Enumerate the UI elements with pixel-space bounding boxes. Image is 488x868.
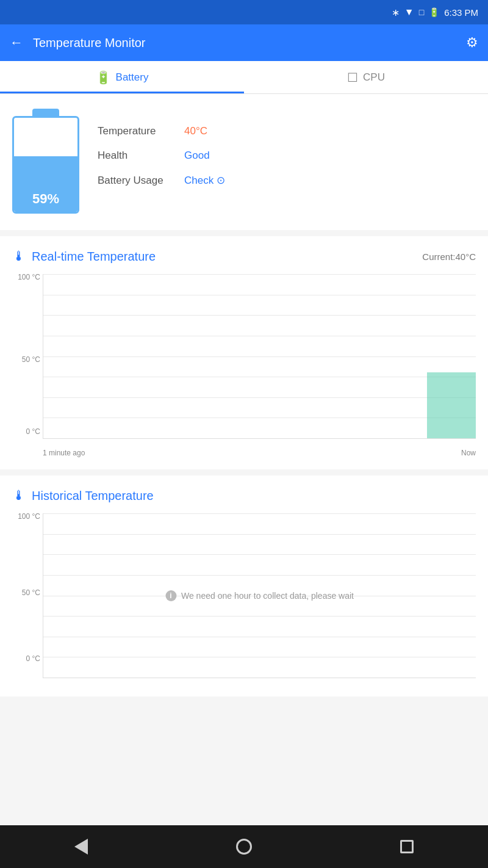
hist-gridline-87: [43, 534, 476, 535]
historical-therm-icon: 🌡: [12, 488, 26, 504]
tab-cpu[interactable]: ☐ CPU: [244, 61, 488, 93]
tab-battery[interactable]: 🔋 Battery: [0, 61, 244, 93]
status-time: 6:33 PM: [444, 7, 478, 18]
hist-y-label-100: 100 °C: [12, 512, 40, 521]
hist-chart-plot-area: i We need one hour to collect data, plea…: [43, 513, 476, 678]
battery-status-icon: 🔋: [429, 7, 439, 17]
battery-usage-label: Battery Usage: [98, 175, 177, 187]
hist-gridline-75: [43, 554, 476, 555]
nav-recent-icon: [400, 840, 414, 853]
cpu-tab-label: CPU: [363, 71, 385, 84]
bluetooth-icon: ∗: [392, 7, 400, 18]
gridline-12: [43, 418, 476, 418]
nav-bar: [0, 825, 488, 868]
back-button[interactable]: ←: [10, 35, 23, 51]
historical-title-group: 🌡 Historical Temperature: [12, 488, 154, 504]
hist-gridline-12: [43, 657, 476, 657]
y-label-0: 0 °C: [12, 427, 40, 436]
battery-tab-icon: 🔋: [96, 70, 111, 85]
app-title: Temperature Monitor: [33, 36, 146, 50]
battery-usage-row: Battery Usage Check ⊙: [98, 174, 476, 187]
x-label-end: Now: [461, 449, 476, 457]
battery-usage-check-link[interactable]: Check ⊙: [184, 174, 225, 187]
tab-bar: 🔋 Battery ☐ CPU: [0, 61, 488, 94]
hist-gridline-62: [43, 575, 476, 576]
nav-back-icon: [74, 839, 88, 855]
nav-home-icon: [236, 839, 252, 855]
gridline-62: [43, 336, 476, 336]
battery-body: 59%: [12, 116, 79, 214]
realtime-temp-section: 🌡 Real-time Temperature Current:40°C 100…: [0, 236, 488, 469]
gridline-100: [43, 274, 476, 275]
nav-back-button[interactable]: [66, 831, 96, 862]
gridline-87: [43, 295, 476, 295]
temperature-value: 40°C: [184, 125, 207, 137]
realtime-current-label: Current:40°C: [422, 251, 476, 262]
nav-home-button[interactable]: [229, 831, 259, 862]
battery-percent-label: 59%: [14, 191, 77, 212]
check-link-text: Check ⊙: [184, 174, 225, 187]
health-label: Health: [98, 150, 177, 162]
realtime-header: 🌡 Real-time Temperature Current:40°C: [12, 248, 476, 264]
realtime-title: Real-time Temperature: [32, 250, 156, 264]
historical-chart: 100 °C 50 °C 0 °C i We need one hour to …: [12, 513, 476, 684]
gridline-75: [43, 315, 476, 316]
battery-info-section: 59% Temperature 40°C Health Good Battery…: [0, 94, 488, 230]
gridline-25: [43, 397, 476, 398]
battery-tab-label: Battery: [116, 71, 149, 84]
hist-y-label-50: 50 °C: [12, 588, 40, 597]
battery-top-nub: [32, 109, 59, 116]
temperature-row: Temperature 40°C: [98, 125, 476, 137]
temperature-label: Temperature: [98, 125, 177, 137]
status-icons: ∗ ▼ □ 🔋 6:33 PM: [392, 7, 478, 18]
wait-message: i We need one hour to collect data, plea…: [165, 590, 354, 601]
x-label-start: 1 minute ago: [43, 449, 85, 457]
hist-gridline-100: [43, 513, 476, 514]
wifi-icon: ▼: [404, 7, 414, 18]
realtime-therm-icon: 🌡: [12, 248, 26, 264]
chart-plot-area: [43, 274, 476, 439]
nav-recent-button[interactable]: [392, 831, 422, 862]
app-bar: ← Temperature Monitor ⚙: [0, 24, 488, 61]
hist-gridline-37: [43, 616, 476, 617]
gridline-37: [43, 377, 476, 377]
temp-bar: [427, 372, 476, 438]
realtime-chart: 100 °C 50 °C 0 °C 1 minute ago Now: [12, 274, 476, 457]
hist-gridline-25: [43, 637, 476, 637]
y-label-50: 50 °C: [12, 355, 40, 364]
health-row: Health Good: [98, 150, 476, 162]
y-label-100: 100 °C: [12, 273, 40, 281]
health-value: Good: [184, 150, 210, 162]
cpu-tab-icon: ☐: [347, 70, 358, 85]
gridline-50: [43, 356, 476, 357]
historical-temp-section: 🌡 Historical Temperature 100 °C 50 °C 0 …: [0, 476, 488, 696]
signal-icon: □: [419, 7, 424, 17]
info-icon: i: [165, 590, 176, 601]
battery-icon-visual: 59%: [12, 109, 79, 215]
historical-header: 🌡 Historical Temperature: [12, 488, 476, 504]
battery-stats: Temperature 40°C Health Good Battery Usa…: [98, 125, 476, 199]
historical-title: Historical Temperature: [32, 489, 154, 503]
status-bar: ∗ ▼ □ 🔋 6:33 PM: [0, 0, 488, 24]
realtime-title-group: 🌡 Real-time Temperature: [12, 248, 156, 264]
settings-button[interactable]: ⚙: [466, 35, 478, 51]
wait-message-text: We need one hour to collect data, please…: [181, 591, 354, 601]
hist-y-label-0: 0 °C: [12, 654, 40, 663]
